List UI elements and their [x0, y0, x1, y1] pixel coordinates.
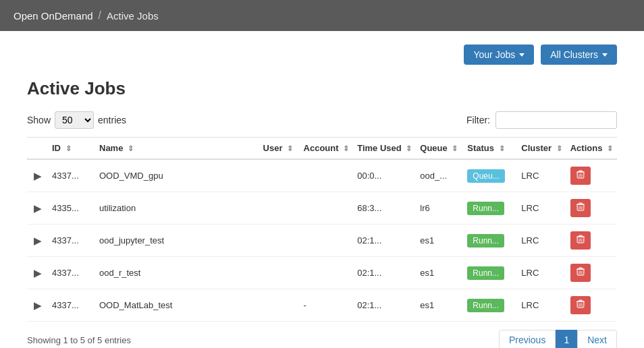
trash-icon: [576, 170, 585, 179]
row-id: 4337...: [48, 225, 95, 257]
delete-job-button[interactable]: [570, 199, 591, 217]
row-status: Runn...: [463, 257, 517, 289]
status-badge: Runn...: [467, 299, 504, 312]
your-jobs-label: Your Jobs: [473, 49, 515, 60]
nav-brand: Open OnDemand: [14, 10, 93, 22]
row-account: [300, 159, 354, 192]
row-actions: [566, 225, 617, 257]
nav-separator: /: [99, 9, 101, 22]
row-expand-cell: ▶: [27, 257, 48, 289]
row-expand-cell: ▶: [27, 159, 48, 192]
delete-job-button[interactable]: [570, 264, 591, 282]
delete-job-button[interactable]: [570, 296, 591, 314]
showing-entries-text: Showing 1 to 5 of 5 entries: [27, 335, 131, 345]
sort-icon-name: ⇕: [128, 144, 134, 153]
row-actions: [566, 159, 617, 192]
col-header-time-used[interactable]: Time Used ⇕: [353, 138, 416, 160]
next-button[interactable]: Next: [577, 330, 617, 348]
row-name: utilization: [95, 192, 259, 225]
col-header-account[interactable]: Account ⇕: [300, 138, 354, 160]
table-body: ▶ 4337... OOD_VMD_gpu 00:0... ood_... Qu…: [27, 159, 617, 322]
entries-per-page-select[interactable]: 10 25 50 100: [55, 111, 94, 129]
row-expand-button[interactable]: ▶: [31, 266, 44, 280]
filter-label: Filter:: [466, 115, 490, 125]
sort-icon-account: ⇕: [343, 144, 349, 153]
row-cluster: LRC: [517, 159, 566, 192]
row-queue: es1: [416, 289, 463, 322]
row-expand-cell: ▶: [27, 225, 48, 257]
row-name: ood_jupyter_test: [95, 225, 259, 257]
main-content: Your Jobs All Clusters Active Jobs Show …: [0, 31, 644, 348]
delete-job-button[interactable]: [570, 167, 591, 185]
row-actions: [566, 257, 617, 289]
row-account: [300, 225, 354, 257]
row-user: [259, 257, 300, 289]
row-user: [259, 225, 300, 257]
col-header-actions[interactable]: Actions ⇕: [566, 138, 617, 160]
filter-control: Filter:: [466, 111, 617, 129]
all-clusters-button[interactable]: All Clusters: [541, 45, 617, 65]
col-header-cluster[interactable]: Cluster ⇕: [517, 138, 566, 160]
row-time-used: 02:1...: [353, 225, 416, 257]
col-header-name[interactable]: Name ⇕: [95, 138, 259, 160]
row-actions: [566, 192, 617, 225]
row-expand-button[interactable]: ▶: [31, 202, 44, 215]
row-name: ood_r_test: [95, 257, 259, 289]
row-expand-cell: ▶: [27, 192, 48, 225]
table-row: ▶ 4337... OOD_VMD_gpu 00:0... ood_... Qu…: [27, 159, 617, 192]
row-user: [259, 159, 300, 192]
row-status: Runn...: [463, 192, 517, 225]
row-id: 4335...: [48, 192, 95, 225]
table-row: ▶ 4337... OOD_MatLab_test - 02:1... es1 …: [27, 289, 617, 322]
your-jobs-caret-icon: [519, 53, 525, 57]
row-status: Runn...: [463, 289, 517, 322]
table-row: ▶ 4337... ood_r_test 02:1... es1 Runn...…: [27, 257, 617, 289]
sort-icon-actions: ⇕: [607, 144, 613, 153]
show-label: Show: [27, 115, 51, 125]
row-queue: ood_...: [416, 159, 463, 192]
col-header-queue[interactable]: Queue ⇕: [416, 138, 463, 160]
sort-icon-status: ⇕: [499, 144, 505, 153]
trash-icon: [576, 267, 585, 277]
row-cluster: LRC: [517, 225, 566, 257]
row-status: Queu...: [463, 159, 517, 192]
row-expand-button[interactable]: ▶: [31, 234, 44, 248]
sort-icon-queue: ⇕: [452, 144, 458, 153]
sort-icon-id: ⇕: [65, 144, 72, 153]
top-navigation: Open OnDemand / Active Jobs: [0, 0, 644, 31]
row-queue: es1: [416, 257, 463, 289]
current-page-number: 1: [556, 330, 577, 348]
col-header-user[interactable]: User ⇕: [259, 138, 300, 160]
row-time-used: 02:1...: [353, 289, 416, 322]
table-controls: Show 10 25 50 100 entries Filter:: [27, 111, 617, 129]
row-queue: lr6: [416, 192, 463, 225]
row-name: OOD_VMD_gpu: [95, 159, 259, 192]
row-account: -: [300, 289, 354, 322]
row-id: 4337...: [48, 257, 95, 289]
filter-input[interactable]: [495, 111, 617, 129]
row-expand-button[interactable]: ▶: [31, 299, 44, 312]
your-jobs-button[interactable]: Your Jobs: [464, 45, 534, 65]
trash-icon: [576, 235, 585, 244]
row-account: [300, 257, 354, 289]
row-cluster: LRC: [517, 257, 566, 289]
row-queue: es1: [416, 225, 463, 257]
table-row: ▶ 4337... ood_jupyter_test 02:1... es1 R…: [27, 225, 617, 257]
row-id: 4337...: [48, 159, 95, 192]
col-header-status[interactable]: Status ⇕: [463, 138, 517, 160]
row-expand-button[interactable]: ▶: [31, 169, 44, 183]
row-name: OOD_MatLab_test: [95, 289, 259, 322]
previous-button[interactable]: Previous: [499, 330, 556, 348]
row-user: [259, 289, 300, 322]
nav-current-page: Active Jobs: [107, 10, 159, 22]
delete-job-button[interactable]: [570, 231, 591, 250]
status-badge: Runn...: [467, 202, 504, 215]
status-badge: Runn...: [467, 234, 504, 248]
col-header-id[interactable]: ID ⇕: [48, 138, 95, 160]
status-badge: Queu...: [467, 169, 504, 183]
show-entries-control: Show 10 25 50 100 entries: [27, 111, 126, 129]
row-time-used: 00:0...: [353, 159, 416, 192]
table-row: ▶ 4335... utilization 68:3... lr6 Runn..…: [27, 192, 617, 225]
sort-icon-time-used: ⇕: [406, 144, 412, 153]
row-account: [300, 192, 354, 225]
